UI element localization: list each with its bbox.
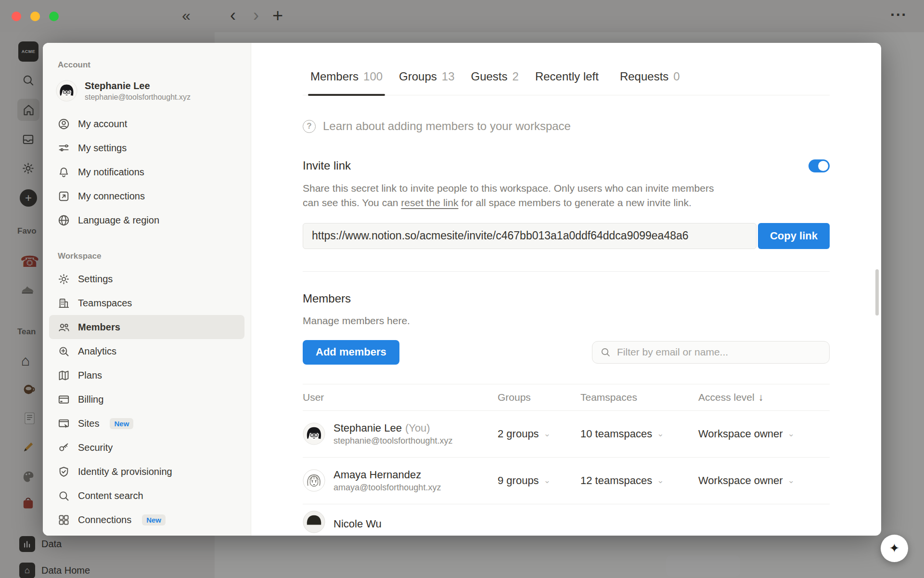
window-minimize-button[interactable] <box>30 12 40 21</box>
invite-link-title: Invite link <box>303 159 351 172</box>
groups-dropdown[interactable]: 9 groups ⌄ <box>498 474 580 487</box>
tab-label: Guests <box>471 70 507 83</box>
chevron-down-icon: ⌄ <box>544 429 551 439</box>
sidebar-item-label: Analytics <box>78 346 116 357</box>
new-badge: New <box>142 514 166 525</box>
column-header-groups: Groups <box>498 392 580 403</box>
sidebar-item-label: My connections <box>78 191 145 202</box>
tab-members[interactable]: Members 100 <box>310 70 383 95</box>
gear-icon <box>57 273 70 286</box>
settings-sidebar: Account Stephanie Lee stephanie@toolsfor… <box>43 43 251 536</box>
tab-count: 13 <box>442 70 455 83</box>
sidebar-item-label: Content search <box>78 490 143 501</box>
settings-modal: Account Stephanie Lee stephanie@toolsfor… <box>43 43 881 536</box>
column-header-label: Access level <box>698 392 755 403</box>
access-level-value: Workspace owner <box>698 474 783 487</box>
sidebar-item-label: My account <box>78 118 127 130</box>
teamspaces-value: 12 teamspaces <box>580 474 652 487</box>
chevron-down-icon: ⌄ <box>657 475 664 486</box>
sidebar-item-label: Plans <box>78 370 102 381</box>
sidebar-item-language-region[interactable]: Language & region <box>49 208 244 232</box>
account-user: Stephanie Lee stephanie@toolsforthought.… <box>43 75 251 106</box>
grid-icon <box>57 513 70 526</box>
chart-search-icon <box>57 345 70 358</box>
members-section-subtitle: Manage members here. <box>303 315 830 327</box>
sidebar-item-sites[interactable]: Sites New <box>49 411 244 435</box>
sidebar-item-content-search[interactable]: Content search <box>49 484 244 508</box>
section-divider <box>303 271 830 272</box>
groups-value: 2 groups <box>498 428 539 440</box>
member-name: Nicole Wu <box>334 518 382 530</box>
sidebar-item-label: Members <box>78 322 120 333</box>
window-close-button[interactable] <box>12 12 21 21</box>
sidebar-item-my-notifications[interactable]: My notifications <box>49 160 244 184</box>
chevron-down-icon: ⌄ <box>788 475 795 486</box>
teamspaces-value: 10 teamspaces <box>580 428 652 440</box>
description-text: for all space members to generate a new … <box>458 197 691 208</box>
sidebar-item-my-account[interactable]: My account <box>49 112 244 136</box>
account-user-name: Stephanie Lee <box>85 80 191 92</box>
avatar <box>303 511 325 533</box>
tab-groups[interactable]: Groups 13 <box>399 70 454 95</box>
tab-recently-left[interactable]: Recently left <box>535 70 603 95</box>
tab-requests[interactable]: Requests 0 <box>620 70 680 95</box>
browser-cursor-icon <box>57 417 70 430</box>
sidebar-item-analytics[interactable]: Analytics <box>49 339 244 363</box>
member-email: stephanie@toolsforthought.xyz <box>334 436 452 446</box>
invite-link-toggle[interactable] <box>808 159 830 172</box>
key-icon <box>57 441 70 454</box>
sidebar-item-teamspaces[interactable]: Teamspaces <box>49 291 244 315</box>
ai-sparkle-button[interactable]: ✦ <box>881 535 908 562</box>
sidebar-item-connections[interactable]: Connections New <box>49 508 244 532</box>
access-level-dropdown[interactable]: Workspace owner ⌄ <box>698 474 830 487</box>
chevron-down-icon: ⌄ <box>544 475 551 486</box>
sidebar-item-label: Billing <box>78 394 103 405</box>
filter-members-input[interactable] <box>617 346 822 358</box>
access-level-value: Workspace owner <box>698 428 783 440</box>
learn-about-members-link[interactable]: ? Learn about adding members to your wor… <box>303 119 830 133</box>
sidebar-item-plans[interactable]: Plans <box>49 363 244 387</box>
people-icon <box>57 321 70 334</box>
sidebar-item-settings[interactable]: Settings <box>49 267 244 291</box>
copy-link-button[interactable]: Copy link <box>758 223 830 249</box>
sidebar-item-security[interactable]: Security <box>49 435 244 460</box>
access-level-dropdown[interactable]: Workspace owner ⌄ <box>698 428 830 440</box>
avatar <box>56 80 77 102</box>
sidebar-item-members[interactable]: Members <box>49 315 244 339</box>
reset-link[interactable]: reset the link <box>401 197 458 208</box>
sidebar-item-label: Teamspaces <box>78 298 132 309</box>
groups-dropdown[interactable]: 2 groups ⌄ <box>498 428 580 440</box>
teamspaces-dropdown[interactable]: 12 teamspaces ⌄ <box>580 474 698 487</box>
tab-label: Recently left <box>535 70 599 83</box>
account-user-email: stephanie@toolsforthought.xyz <box>85 93 191 102</box>
chevron-down-icon: ⌄ <box>657 429 664 439</box>
member-name: Amaya Hernandez <box>334 469 441 481</box>
member-row: Amaya Hernandez amaya@toolsforthought.xy… <box>303 458 830 504</box>
window-zoom-button[interactable] <box>49 12 59 21</box>
member-row: Stephanie Lee(You) stephanie@toolsfortho… <box>303 411 830 458</box>
invite-link-input[interactable] <box>303 223 757 249</box>
tab-count: 0 <box>673 70 680 83</box>
sliders-icon <box>57 142 70 155</box>
building-icon <box>57 297 70 310</box>
member-row: Nicole Wu <box>303 504 830 536</box>
sidebar-item-my-settings[interactable]: My settings <box>49 136 244 160</box>
sidebar-item-label: My settings <box>78 143 127 154</box>
column-header-access-level[interactable]: Access level ↓ <box>698 392 830 403</box>
sidebar-item-label: Sites <box>78 418 99 429</box>
members-section-title: Members <box>303 292 830 305</box>
search-icon <box>600 346 611 358</box>
modal-scrollbar[interactable] <box>875 269 879 315</box>
tab-guests[interactable]: Guests 2 <box>471 70 518 95</box>
sidebar-item-label: Language & region <box>78 215 159 226</box>
add-members-button[interactable]: Add members <box>303 340 399 365</box>
sidebar-item-label: Security <box>78 442 113 453</box>
sidebar-item-billing[interactable]: Billing <box>49 387 244 411</box>
member-name-text: Stephanie Lee <box>334 422 402 434</box>
teamspaces-dropdown[interactable]: 10 teamspaces ⌄ <box>580 428 698 440</box>
sidebar-item-identity-provisioning[interactable]: Identity & provisioning <box>49 460 244 484</box>
map-icon <box>57 369 70 382</box>
tab-label: Groups <box>399 70 437 83</box>
sidebar-item-my-connections[interactable]: My connections <box>49 184 244 208</box>
member-email: amaya@toolsforthought.xyz <box>334 483 441 493</box>
